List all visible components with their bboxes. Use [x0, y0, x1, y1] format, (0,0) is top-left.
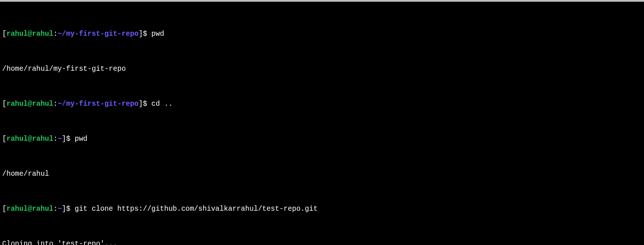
prompt-line-4: [rahul@rahul:~]$ git clone https://githu…	[2, 205, 642, 213]
bracket-close: ]	[62, 205, 66, 213]
command-text: pwd	[70, 135, 87, 143]
prompt-line-1: [rahul@rahul:~/my-first-git-repo]$ pwd	[2, 30, 642, 38]
prompt-path: ~/my-first-git-repo	[58, 100, 138, 108]
prompt-user: rahul	[7, 205, 28, 213]
prompt-host: rahul	[32, 135, 54, 143]
bracket-close: ]	[138, 30, 143, 38]
output-line: Cloning into 'test-repo'...	[2, 240, 642, 245]
prompt-dollar: $	[66, 205, 71, 213]
prompt-dollar: $	[143, 100, 147, 108]
bracket-open: [	[2, 135, 7, 143]
prompt-user: rahul	[7, 100, 28, 108]
output-line: /home/rahul	[2, 170, 642, 178]
command-text: git clone https://github.com/shivalkarra…	[70, 205, 318, 213]
prompt-path: ~	[58, 135, 62, 143]
prompt-host: rahul	[32, 100, 54, 108]
prompt-path: ~/my-first-git-repo	[58, 30, 138, 38]
terminal-viewport[interactable]: [rahul@rahul:~/my-first-git-repo]$ pwd /…	[0, 2, 644, 245]
prompt-at: @	[28, 135, 32, 143]
prompt-line-2: [rahul@rahul:~/my-first-git-repo]$ cd ..	[2, 100, 642, 108]
prompt-colon: :	[53, 30, 58, 38]
prompt-dollar: $	[143, 30, 147, 38]
prompt-path: ~	[58, 205, 62, 213]
bracket-close: ]	[62, 135, 66, 143]
bracket-close: ]	[138, 100, 143, 108]
prompt-at: @	[28, 30, 32, 38]
bracket-open: [	[2, 205, 7, 213]
prompt-dollar: $	[66, 135, 71, 143]
prompt-at: @	[28, 100, 32, 108]
bracket-open: [	[2, 100, 7, 108]
prompt-line-3: [rahul@rahul:~]$ pwd	[2, 135, 642, 143]
prompt-colon: :	[53, 205, 58, 213]
prompt-colon: :	[53, 135, 58, 143]
prompt-at: @	[28, 205, 32, 213]
command-text: pwd	[147, 30, 164, 38]
prompt-host: rahul	[32, 205, 54, 213]
output-line: /home/rahul/my-first-git-repo	[2, 65, 642, 73]
prompt-host: rahul	[32, 30, 54, 38]
prompt-colon: :	[53, 100, 58, 108]
prompt-user: rahul	[7, 135, 28, 143]
prompt-user: rahul	[7, 30, 28, 38]
bracket-open: [	[2, 30, 7, 38]
command-text: cd ..	[147, 100, 173, 108]
